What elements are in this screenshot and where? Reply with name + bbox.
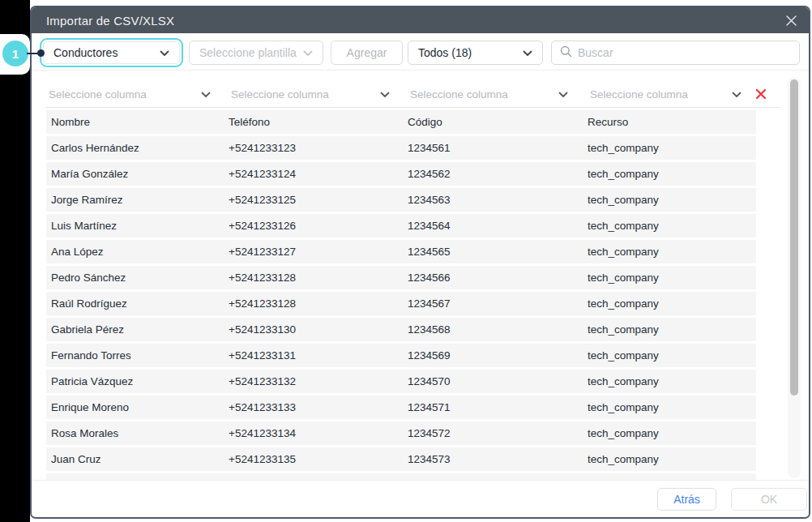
page-backdrop-strip xyxy=(0,0,30,522)
table-cell: tech_company xyxy=(588,272,756,284)
close-icon[interactable] xyxy=(784,13,798,28)
table-row: Gabriela Pérez+52412331301234568tech_com… xyxy=(46,318,756,341)
table-cell: Fernando Torres xyxy=(46,349,229,362)
table-cell: 1234565 xyxy=(408,246,588,258)
table-row: Ana López+52412331271234565tech_company xyxy=(46,240,756,263)
preview-table: NombreTeléfonoCódigoRecursoCarlos Hernán… xyxy=(46,110,756,480)
column-select-placeholder: Seleccione columna xyxy=(231,88,329,101)
table-cell: +5241233132 xyxy=(229,375,408,387)
table-cell: 1234568 xyxy=(408,323,588,336)
table-cell: Gabriela Pérez xyxy=(46,323,229,336)
table-row: Raúl Rodríguez+52412331281234567tech_com… xyxy=(46,292,756,315)
remove-column-icon[interactable] xyxy=(754,88,767,101)
search-input[interactable] xyxy=(578,46,791,59)
table-cell: tech_company xyxy=(588,297,756,310)
modal-title: Importar de CSV/XLSX xyxy=(46,14,174,28)
table-row: María González+52412331241234562tech_com… xyxy=(46,162,756,186)
scrollbar-track xyxy=(788,77,801,478)
table-row: Rosa Morales+52412331341234572tech_compa… xyxy=(46,421,756,445)
column-select-4[interactable]: Seleccione columna xyxy=(588,88,780,101)
table-cell: Luis Martínez xyxy=(46,220,229,232)
table-cell: tech_company xyxy=(588,220,756,232)
table-cell: tech_company xyxy=(588,375,756,387)
table-cell: tech_company xyxy=(588,168,756,180)
table-cell: +5241233128 xyxy=(229,272,408,284)
table-header-row: NombreTeléfonoCódigoRecurso xyxy=(46,110,756,134)
modal-header: Importar de CSV/XLSX xyxy=(32,7,809,33)
entity-select-value: Conductores xyxy=(53,46,118,59)
table-cell: 1234569 xyxy=(408,349,588,362)
table-row-partial xyxy=(46,473,756,480)
toolbar-divider xyxy=(32,70,809,71)
table-cell: tech_company xyxy=(588,142,756,154)
column-select-1[interactable]: Seleccione columna xyxy=(46,88,229,101)
template-select[interactable]: Seleccione plantilla xyxy=(189,41,323,65)
table-cell: Nombre xyxy=(46,116,229,128)
table-cell: Rosa Morales xyxy=(46,427,229,439)
table-cell: +5241233130 xyxy=(229,323,408,336)
search-box[interactable] xyxy=(551,41,800,65)
table-cell: Patricia Vázquez xyxy=(46,375,229,387)
table-row: Fernando Torres+52412331311234569tech_co… xyxy=(46,344,756,367)
table-cell: Juan Cruz xyxy=(46,453,229,465)
entity-select-inner: Conductores xyxy=(43,41,180,64)
table-cell: tech_company xyxy=(588,194,756,206)
template-select-placeholder: Seleccione plantilla xyxy=(199,46,297,59)
table-cell: Pedro Sánchez xyxy=(46,272,229,284)
filter-select[interactable]: Todos (18) xyxy=(408,41,543,65)
table-cell: +5241233133 xyxy=(229,401,408,413)
table-cell: tech_company xyxy=(588,453,756,465)
table-row: Carlos Hernández+52412331231234561tech_c… xyxy=(46,136,756,160)
annotation-badge-1: 1 xyxy=(2,41,28,66)
import-modal: Importar de CSV/XLSX Conductores Selecci… xyxy=(30,6,810,519)
table-cell: +5241233131 xyxy=(229,349,408,362)
search-icon xyxy=(560,45,572,60)
add-button[interactable]: Agregar xyxy=(331,41,403,65)
table-cell: 1234570 xyxy=(408,375,588,387)
table-cell: +5241233123 xyxy=(229,142,408,154)
chevron-down-icon xyxy=(303,46,313,59)
column-select-placeholder: Seleccione columna xyxy=(410,88,508,101)
back-button[interactable]: Atrás xyxy=(657,488,716,511)
table-row: Pedro Sánchez+52412331281234566tech_comp… xyxy=(46,266,756,289)
table-cell: +5241233135 xyxy=(229,453,408,465)
chevron-down-icon xyxy=(380,88,390,101)
table-cell: 1234563 xyxy=(408,194,588,206)
table-row: Jorge Ramírez+52412331251234563tech_comp… xyxy=(46,188,756,212)
table-cell: Teléfono xyxy=(229,116,408,128)
table-cell: 1234562 xyxy=(408,168,588,180)
table-row: Juan Cruz+52412331351234573tech_company xyxy=(46,447,756,471)
chevron-down-icon xyxy=(160,46,169,59)
column-select-2[interactable]: Seleccione columna xyxy=(229,88,408,101)
ok-button[interactable]: OK xyxy=(731,488,807,511)
column-select-3[interactable]: Seleccione columna xyxy=(408,88,588,101)
modal-footer: Atrás OK xyxy=(32,480,809,517)
scrollbar-thumb[interactable] xyxy=(790,79,798,396)
table-cell: 1234572 xyxy=(408,427,588,439)
table-row: Enrique Moreno+52412331331234571tech_com… xyxy=(46,396,756,419)
table-cell: 1234566 xyxy=(408,272,588,284)
table-cell: Raúl Rodríguez xyxy=(46,297,229,310)
table-cell: Ana López xyxy=(46,246,229,258)
table-cell: Enrique Moreno xyxy=(46,401,229,413)
column-select-placeholder: Seleccione columna xyxy=(590,88,688,101)
table-cell: 1234564 xyxy=(408,220,588,232)
table-cell: 1234571 xyxy=(408,401,588,413)
chevron-down-icon xyxy=(558,88,568,101)
table-cell: +5241233124 xyxy=(229,168,408,180)
table-cell: Recurso xyxy=(588,116,756,128)
chevron-down-icon xyxy=(732,88,741,101)
table-cell: +5241233128 xyxy=(229,297,408,310)
table-cell: tech_company xyxy=(588,246,756,258)
table-cell: tech_company xyxy=(588,323,756,336)
table-cell: +5241233126 xyxy=(229,220,408,232)
table-cell: tech_company xyxy=(588,427,756,439)
table-cell: Código xyxy=(408,116,588,128)
table-cell: tech_company xyxy=(588,349,756,362)
column-select-placeholder: Seleccione columna xyxy=(49,88,147,101)
chevron-down-icon xyxy=(523,46,532,59)
table-cell: +5241233125 xyxy=(229,194,408,206)
entity-select[interactable]: Conductores xyxy=(40,38,183,67)
filter-select-value: Todos (18) xyxy=(418,46,472,59)
table-row: Luis Martínez+52412331261234564tech_comp… xyxy=(46,214,756,237)
